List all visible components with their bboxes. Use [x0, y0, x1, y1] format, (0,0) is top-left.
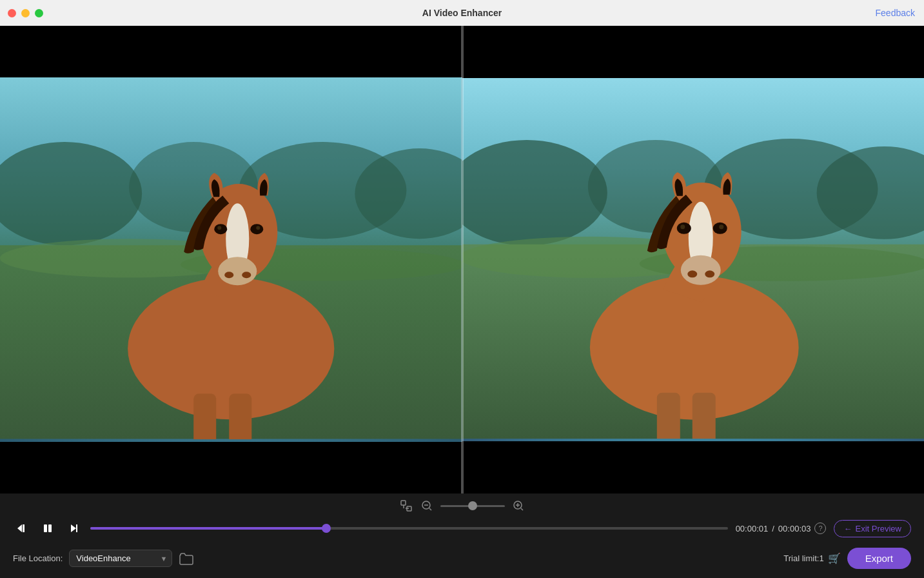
svg-line-46 [429, 508, 431, 510]
original-frame [0, 77, 462, 441]
svg-point-16 [224, 272, 233, 279]
zoom-slider[interactable] [440, 505, 505, 507]
svg-point-33 [680, 224, 685, 229]
svg-point-36 [687, 270, 697, 277]
zoom-out-icon[interactable] [420, 499, 434, 513]
svg-rect-54 [48, 524, 52, 532]
svg-point-37 [705, 270, 714, 277]
svg-point-13 [217, 226, 221, 230]
titlebar: AI Video Enhancer Feedback [0, 0, 924, 26]
pause-button[interactable] [39, 519, 57, 537]
trial-limit-info: Trial limit:1 🛒 [783, 552, 840, 564]
enhanced-horse-scene [462, 78, 925, 439]
total-time: 00:00:03 [778, 524, 811, 533]
maximize-button[interactable] [35, 9, 43, 17]
help-button[interactable]: ? [814, 523, 826, 534]
svg-rect-38 [656, 392, 680, 439]
bottom-bar: File Location: VideoEnhance ▼ Trial limi… [0, 543, 924, 578]
svg-rect-39 [692, 392, 715, 439]
svg-point-31 [680, 255, 720, 284]
export-button[interactable]: Export [847, 548, 911, 569]
svg-rect-40 [401, 501, 406, 505]
svg-point-15 [256, 226, 260, 230]
window-controls [8, 9, 43, 17]
svg-rect-18 [193, 394, 216, 439]
progress-thumb [322, 524, 331, 533]
svg-marker-51 [17, 524, 22, 532]
zoom-bar [0, 493, 924, 515]
svg-rect-52 [23, 524, 25, 532]
exit-arrow-icon: ← [843, 524, 852, 533]
zoom-in-icon[interactable] [511, 499, 526, 513]
progress-bar[interactable] [90, 527, 728, 530]
svg-rect-53 [44, 524, 47, 532]
svg-point-11 [218, 257, 257, 285]
progress-fill [90, 527, 326, 530]
app-title: AI Video Enhancer [422, 8, 502, 18]
minimize-button[interactable] [21, 9, 30, 17]
controls-area: 00:00:01 / 00:00:03 ? ← Exit Preview Fil… [0, 493, 924, 578]
enhanced-frame [462, 78, 925, 442]
file-location-select[interactable]: VideoEnhance [69, 550, 172, 567]
next-frame-button[interactable] [64, 519, 83, 537]
current-time: 00:00:01 [736, 524, 769, 533]
svg-point-17 [242, 272, 251, 279]
exit-preview-button[interactable]: ← Exit Preview [834, 520, 911, 537]
feedback-link[interactable]: Feedback [876, 8, 915, 18]
skip-back-button[interactable] [13, 519, 31, 537]
open-folder-icon[interactable] [179, 551, 194, 566]
trial-limit-label: Trial limit:1 [783, 553, 823, 563]
cart-icon[interactable]: 🛒 [828, 552, 841, 564]
svg-point-35 [719, 224, 723, 229]
svg-rect-19 [229, 394, 251, 439]
svg-marker-55 [71, 524, 76, 532]
time-separator: / [772, 524, 774, 533]
video-preview-area [0, 26, 924, 493]
close-button[interactable] [8, 9, 16, 17]
svg-rect-56 [76, 524, 77, 532]
playback-bar: 00:00:01 / 00:00:03 ? ← Exit Preview [0, 515, 924, 543]
file-location-label: File Location: [13, 553, 63, 563]
video-split-divider [461, 26, 464, 493]
exit-preview-label: Exit Preview [855, 524, 901, 533]
crop-resize-icon[interactable] [399, 499, 413, 513]
original-horse-scene [0, 77, 462, 439]
svg-line-50 [521, 508, 523, 510]
time-display: 00:00:01 / 00:00:03 ? [736, 523, 827, 534]
file-location-wrapper: VideoEnhance ▼ [69, 550, 172, 567]
